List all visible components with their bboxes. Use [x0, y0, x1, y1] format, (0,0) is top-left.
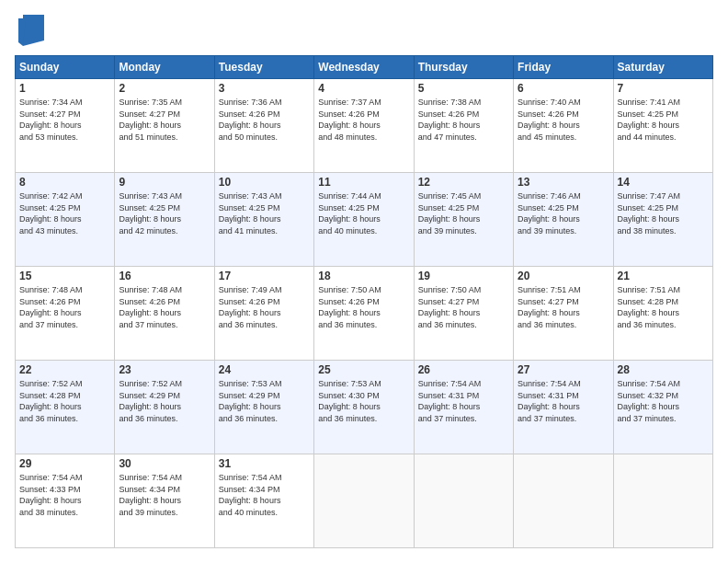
day-info: Sunrise: 7:51 AM Sunset: 4:27 PM Dayligh… [518, 284, 609, 330]
day-number: 8 [19, 176, 110, 189]
day-info: Sunrise: 7:47 AM Sunset: 4:25 PM Dayligh… [618, 190, 709, 236]
day-info: Sunrise: 7:54 AM Sunset: 4:31 PM Dayligh… [518, 378, 609, 424]
day-header: Saturday [613, 56, 712, 79]
day-info: Sunrise: 7:48 AM Sunset: 4:26 PM Dayligh… [119, 284, 210, 330]
day-info: Sunrise: 7:54 AM Sunset: 4:34 PM Dayligh… [119, 472, 210, 518]
day-number: 3 [219, 82, 310, 95]
header [15, 15, 713, 46]
day-number: 23 [119, 363, 210, 376]
page: SundayMondayTuesdayWednesdayThursdayFrid… [0, 0, 728, 563]
calendar-cell [414, 454, 513, 548]
day-number: 12 [418, 176, 509, 189]
calendar-cell: 5 Sunrise: 7:38 AM Sunset: 4:26 PM Dayli… [414, 79, 513, 173]
calendar-cell: 25 Sunrise: 7:53 AM Sunset: 4:30 PM Dayl… [314, 361, 414, 454]
calendar-cell: 21 Sunrise: 7:51 AM Sunset: 4:28 PM Dayl… [613, 267, 712, 361]
day-number: 30 [119, 457, 210, 470]
calendar-cell: 8 Sunrise: 7:42 AM Sunset: 4:25 PM Dayli… [16, 173, 115, 267]
calendar-cell: 13 Sunrise: 7:46 AM Sunset: 4:25 PM Dayl… [514, 173, 613, 267]
calendar-cell: 16 Sunrise: 7:48 AM Sunset: 4:26 PM Dayl… [115, 267, 214, 361]
day-info: Sunrise: 7:54 AM Sunset: 4:32 PM Dayligh… [618, 378, 709, 424]
calendar-cell: 29 Sunrise: 7:54 AM Sunset: 4:33 PM Dayl… [16, 454, 115, 548]
day-info: Sunrise: 7:43 AM Sunset: 4:25 PM Dayligh… [219, 190, 310, 236]
day-info: Sunrise: 7:52 AM Sunset: 4:29 PM Dayligh… [119, 378, 210, 424]
day-number: 2 [119, 82, 210, 95]
day-info: Sunrise: 7:51 AM Sunset: 4:28 PM Dayligh… [618, 284, 709, 330]
calendar-cell: 14 Sunrise: 7:47 AM Sunset: 4:25 PM Dayl… [613, 173, 712, 267]
calendar-week: 1 Sunrise: 7:34 AM Sunset: 4:27 PM Dayli… [16, 79, 713, 173]
day-info: Sunrise: 7:49 AM Sunset: 4:26 PM Dayligh… [219, 284, 310, 330]
day-number: 7 [618, 82, 709, 95]
calendar-week: 22 Sunrise: 7:52 AM Sunset: 4:28 PM Dayl… [16, 361, 713, 454]
calendar-cell [314, 454, 414, 548]
calendar-cell: 27 Sunrise: 7:54 AM Sunset: 4:31 PM Dayl… [514, 361, 613, 454]
day-info: Sunrise: 7:35 AM Sunset: 4:27 PM Dayligh… [119, 97, 210, 143]
calendar-cell: 7 Sunrise: 7:41 AM Sunset: 4:25 PM Dayli… [613, 79, 712, 173]
day-info: Sunrise: 7:54 AM Sunset: 4:31 PM Dayligh… [418, 378, 509, 424]
day-info: Sunrise: 7:53 AM Sunset: 4:30 PM Dayligh… [318, 378, 409, 424]
day-info: Sunrise: 7:46 AM Sunset: 4:25 PM Dayligh… [518, 190, 609, 236]
calendar-cell: 19 Sunrise: 7:50 AM Sunset: 4:27 PM Dayl… [414, 267, 513, 361]
calendar-cell: 3 Sunrise: 7:36 AM Sunset: 4:26 PM Dayli… [214, 79, 313, 173]
calendar-cell: 30 Sunrise: 7:54 AM Sunset: 4:34 PM Dayl… [115, 454, 214, 548]
calendar-cell: 6 Sunrise: 7:40 AM Sunset: 4:26 PM Dayli… [514, 79, 613, 173]
day-number: 15 [19, 270, 110, 282]
day-number: 20 [518, 270, 609, 282]
day-number: 17 [219, 270, 310, 282]
calendar-cell [514, 454, 613, 548]
day-number: 26 [418, 363, 509, 376]
day-number: 22 [19, 363, 110, 376]
calendar-cell: 12 Sunrise: 7:45 AM Sunset: 4:25 PM Dayl… [414, 173, 513, 267]
day-info: Sunrise: 7:43 AM Sunset: 4:25 PM Dayligh… [119, 190, 210, 236]
day-number: 1 [19, 82, 110, 95]
day-number: 24 [219, 363, 310, 376]
day-number: 19 [418, 270, 509, 282]
day-number: 11 [318, 176, 409, 189]
day-header: Friday [514, 56, 613, 79]
day-info: Sunrise: 7:44 AM Sunset: 4:25 PM Dayligh… [318, 190, 409, 236]
calendar-cell [613, 454, 712, 548]
day-info: Sunrise: 7:53 AM Sunset: 4:29 PM Dayligh… [219, 378, 310, 424]
day-number: 6 [518, 82, 609, 95]
day-number: 10 [219, 176, 310, 189]
day-number: 4 [318, 82, 409, 95]
day-header: Monday [115, 56, 214, 79]
day-number: 29 [19, 457, 110, 470]
calendar-cell: 17 Sunrise: 7:49 AM Sunset: 4:26 PM Dayl… [214, 267, 313, 361]
day-number: 27 [518, 363, 609, 376]
day-number: 18 [318, 270, 409, 282]
day-number: 16 [119, 270, 210, 282]
day-header: Tuesday [214, 56, 313, 79]
calendar-cell: 22 Sunrise: 7:52 AM Sunset: 4:28 PM Dayl… [16, 361, 115, 454]
calendar: SundayMondayTuesdayWednesdayThursdayFrid… [15, 55, 713, 548]
calendar-cell: 1 Sunrise: 7:34 AM Sunset: 4:27 PM Dayli… [16, 79, 115, 173]
calendar-week: 8 Sunrise: 7:42 AM Sunset: 4:25 PM Dayli… [16, 173, 713, 267]
day-number: 14 [618, 176, 709, 189]
calendar-cell: 4 Sunrise: 7:37 AM Sunset: 4:26 PM Dayli… [314, 79, 414, 173]
day-info: Sunrise: 7:42 AM Sunset: 4:25 PM Dayligh… [19, 190, 110, 236]
day-info: Sunrise: 7:36 AM Sunset: 4:26 PM Dayligh… [219, 97, 310, 143]
day-header: Thursday [414, 56, 513, 79]
calendar-cell: 20 Sunrise: 7:51 AM Sunset: 4:27 PM Dayl… [514, 267, 613, 361]
calendar-cell: 2 Sunrise: 7:35 AM Sunset: 4:27 PM Dayli… [115, 79, 214, 173]
day-number: 21 [618, 270, 709, 282]
day-info: Sunrise: 7:40 AM Sunset: 4:26 PM Dayligh… [518, 97, 609, 143]
day-info: Sunrise: 7:45 AM Sunset: 4:25 PM Dayligh… [418, 190, 509, 236]
calendar-cell: 23 Sunrise: 7:52 AM Sunset: 4:29 PM Dayl… [115, 361, 214, 454]
day-number: 31 [219, 457, 310, 470]
day-number: 5 [418, 82, 509, 95]
day-number: 13 [518, 176, 609, 189]
calendar-cell: 18 Sunrise: 7:50 AM Sunset: 4:26 PM Dayl… [314, 267, 414, 361]
day-info: Sunrise: 7:38 AM Sunset: 4:26 PM Dayligh… [418, 97, 509, 143]
day-info: Sunrise: 7:50 AM Sunset: 4:26 PM Dayligh… [318, 284, 409, 330]
day-number: 28 [618, 363, 709, 376]
day-info: Sunrise: 7:54 AM Sunset: 4:33 PM Dayligh… [19, 472, 110, 518]
day-number: 25 [318, 363, 409, 376]
calendar-cell: 9 Sunrise: 7:43 AM Sunset: 4:25 PM Dayli… [115, 173, 214, 267]
day-info: Sunrise: 7:34 AM Sunset: 4:27 PM Dayligh… [19, 97, 110, 143]
day-info: Sunrise: 7:48 AM Sunset: 4:26 PM Dayligh… [19, 284, 110, 330]
day-number: 9 [119, 176, 210, 189]
logo-icon [18, 15, 44, 46]
calendar-week: 15 Sunrise: 7:48 AM Sunset: 4:26 PM Dayl… [16, 267, 713, 361]
calendar-cell: 26 Sunrise: 7:54 AM Sunset: 4:31 PM Dayl… [414, 361, 513, 454]
logo [15, 15, 44, 46]
